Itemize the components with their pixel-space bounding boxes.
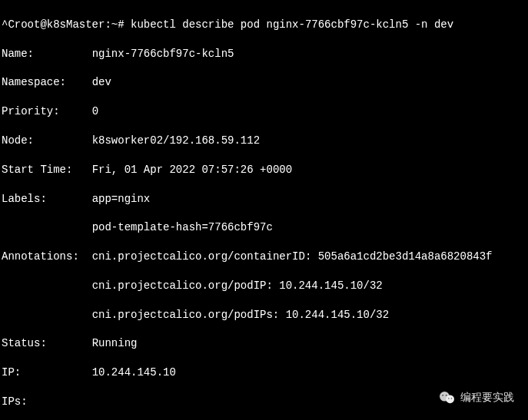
svg-point-4 (448, 398, 449, 399)
field-status: Status: Running (2, 336, 526, 351)
svg-point-3 (446, 394, 447, 395)
field-priority: Priority: 0 (2, 104, 526, 119)
svg-point-1 (446, 395, 454, 403)
field-node: Node: k8sworker02/192.168.59.112 (2, 134, 526, 148)
field-annotations-line2: cni.projectcalico.org/podIP: 10.244.145.… (2, 279, 526, 293)
field-annotations: Annotations: cni.projectcalico.org/conta… (2, 250, 526, 264)
field-annotations-line3: cni.projectcalico.org/podIPs: 10.244.145… (2, 308, 526, 322)
prompt-userhost: ^Croot@k8sMaster:~# (2, 18, 125, 31)
field-labels-line2: pod-template-hash=7766cbf97c (2, 220, 526, 235)
wechat-icon (439, 391, 456, 405)
field-name: Name: nginx-7766cbf97c-kcln5 (2, 47, 526, 61)
field-ip: IP: 10.244.145.10 (2, 365, 526, 380)
watermark: 编程要实践 (439, 390, 514, 405)
command-prompt: ^Croot@k8sMaster:~# kubectl describe pod… (2, 18, 526, 32)
watermark-text: 编程要实践 (460, 390, 514, 405)
command-text: kubectl describe pod nginx-7766cbf97c-kc… (131, 18, 453, 31)
field-start-time: Start Time: Fri, 01 Apr 2022 07:57:26 +0… (2, 163, 526, 177)
svg-point-5 (451, 398, 452, 399)
terminal-output: ^Croot@k8sMaster:~# kubectl describe pod… (0, 0, 528, 420)
field-namespace: Namespace: dev (2, 75, 526, 90)
field-labels: Labels: app=nginx (2, 192, 526, 207)
svg-point-2 (442, 394, 443, 395)
